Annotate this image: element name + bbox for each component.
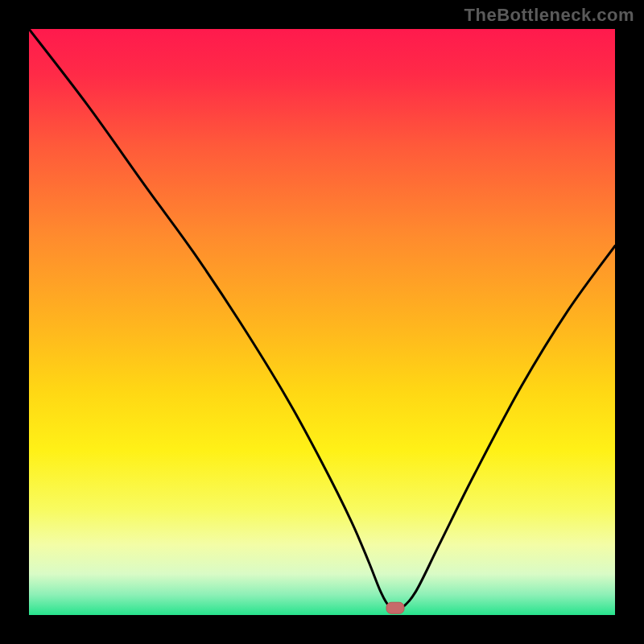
chart-svg xyxy=(29,29,615,615)
watermark-text: TheBottleneck.com xyxy=(464,5,634,26)
gradient-background xyxy=(29,29,615,615)
minimum-marker xyxy=(386,602,404,613)
plot-area xyxy=(29,29,615,615)
chart-frame: TheBottleneck.com xyxy=(0,0,644,644)
